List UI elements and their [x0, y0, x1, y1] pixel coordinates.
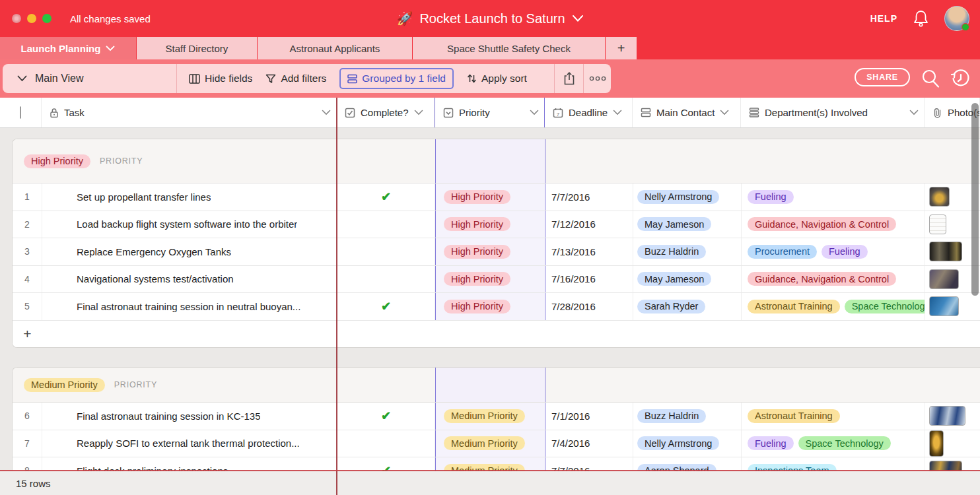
deadline-cell[interactable]: 7/12/2016	[545, 211, 633, 238]
search-icon[interactable]	[921, 68, 940, 89]
column-header-task[interactable]: Task	[42, 98, 337, 127]
group-header[interactable]: Medium PriorityPRIORITY	[13, 368, 980, 403]
task-cell[interactable]: Reapply SOFI to external tank thermal pr…	[42, 430, 337, 457]
row-number-cell[interactable]: 4	[13, 266, 42, 293]
contact-cell[interactable]: May Jameson	[633, 266, 742, 293]
priority-cell[interactable]: High Priority	[435, 238, 545, 265]
tab-astronaut-applicants[interactable]: Astronaut Applicants	[258, 37, 413, 59]
contact-cell[interactable]: Buzz Haldrin	[633, 238, 742, 265]
row-number-cell[interactable]: 5	[13, 293, 42, 320]
tab-launch-planning[interactable]: Launch Planning	[0, 37, 137, 59]
priority-cell[interactable]: High Priority	[435, 293, 545, 320]
photo-cell[interactable]	[925, 430, 980, 457]
base-title-chevron-icon[interactable]	[572, 15, 584, 22]
deadline-cell[interactable]: 7/1/2016	[545, 403, 633, 430]
history-undo-icon[interactable]	[950, 68, 971, 89]
photo-thumbnail[interactable]	[929, 406, 965, 426]
priority-cell[interactable]: High Priority	[435, 266, 545, 293]
priority-cell[interactable]: Medium Priority	[435, 430, 545, 457]
column-header-complete[interactable]: Complete?	[337, 98, 435, 127]
deadline-cell[interactable]: 7/4/2016	[545, 430, 633, 457]
contact-cell[interactable]: Nelly Armstrong	[633, 183, 742, 211]
apply-sort-button[interactable]: Apply sort	[467, 73, 527, 84]
view-collapse-chevron-icon[interactable]	[17, 75, 27, 82]
complete-cell[interactable]: ✔	[337, 183, 435, 211]
row-number-cell[interactable]: 2	[13, 211, 42, 238]
photo-thumbnail[interactable]	[929, 269, 959, 289]
complete-cell[interactable]: ✔	[337, 403, 435, 430]
priority-cell[interactable]: High Priority	[435, 211, 545, 238]
task-cell[interactable]: Load backup flight system software into …	[42, 211, 337, 238]
help-button[interactable]: HELP	[870, 13, 897, 24]
photo-thumbnail[interactable]	[929, 296, 959, 316]
column-header-priority[interactable]: Priority	[435, 98, 545, 127]
add-filters-button[interactable]: Add filters	[265, 73, 326, 84]
column-header-departments[interactable]: Department(s) Involved	[741, 98, 925, 127]
group-header[interactable]: High PriorityPRIORITY	[13, 139, 980, 183]
vertical-scrollbar-thumb[interactable]	[971, 103, 979, 296]
more-options-button[interactable]	[583, 64, 611, 93]
window-minimize-button[interactable]	[27, 14, 36, 23]
photo-cell[interactable]	[925, 293, 980, 320]
user-avatar[interactable]	[944, 6, 969, 31]
departments-cell[interactable]: Guidance, Navigation & Control	[742, 266, 925, 293]
row-number-cell[interactable]: 1	[13, 183, 42, 211]
view-switcher[interactable]: Main View	[3, 64, 176, 93]
grouped-by-button[interactable]: Grouped by 1 field	[339, 68, 454, 89]
tab-staff-directory[interactable]: Staff Directory	[137, 37, 258, 59]
photo-thumbnail[interactable]	[929, 214, 946, 234]
departments-cell[interactable]: Guidance, Navigation & Control	[742, 211, 925, 238]
window-maximize-button[interactable]	[42, 14, 52, 23]
departments-cell[interactable]: Astronaut Training	[742, 403, 925, 430]
task-cell[interactable]: Final astronaut training session in neut…	[42, 293, 337, 320]
window-close-button[interactable]	[12, 14, 21, 23]
column-header-deadline[interactable]: 7Deadline	[545, 98, 633, 127]
contact-cell[interactable]: Sarah Ryder	[633, 293, 742, 320]
column-chevron-icon[interactable]	[613, 110, 622, 116]
row-number-cell[interactable]: 7	[13, 430, 42, 457]
column-chevron-icon[interactable]	[530, 110, 539, 116]
column-chevron-icon[interactable]	[414, 110, 423, 116]
photo-cell[interactable]	[925, 403, 980, 430]
column-chevron-icon[interactable]	[909, 110, 919, 116]
departments-cell[interactable]: Fueling	[742, 183, 925, 211]
contact-cell[interactable]: May Jameson	[633, 211, 742, 238]
departments-cell[interactable]: ProcurementFueling	[742, 238, 925, 265]
row-number-cell[interactable]: 3	[13, 238, 42, 265]
priority-cell[interactable]: High Priority	[435, 183, 545, 211]
add-table-tab-button[interactable]: +	[606, 37, 637, 59]
departments-cell[interactable]: FuelingSpace Technology	[742, 430, 925, 457]
task-cell[interactable]: Navigational systems test/activation	[42, 266, 337, 293]
complete-cell[interactable]	[337, 211, 435, 238]
column-chevron-icon[interactable]	[322, 110, 331, 116]
tab-space-shuttle-safety-check[interactable]: Space Shuttle Safety Check	[413, 37, 606, 59]
contact-cell[interactable]: Buzz Haldrin	[633, 403, 742, 430]
complete-cell[interactable]	[337, 266, 435, 293]
contact-cell[interactable]: Nelly Armstrong	[633, 430, 742, 457]
select-all-checkbox[interactable]	[0, 98, 42, 127]
deadline-cell[interactable]: 7/28/2016	[545, 293, 633, 320]
add-row-button[interactable]: +	[13, 321, 980, 347]
hide-fields-button[interactable]: Hide fields	[189, 73, 252, 84]
complete-cell[interactable]: ✔	[337, 293, 435, 320]
complete-cell[interactable]	[337, 238, 435, 265]
deadline-cell[interactable]: 7/13/2016	[545, 238, 633, 265]
priority-cell[interactable]: Medium Priority	[435, 403, 545, 430]
deadline-cell[interactable]: 7/16/2016	[545, 266, 633, 293]
photo-thumbnail[interactable]	[929, 430, 944, 457]
task-cell[interactable]: Final astronaut training session in KC-1…	[42, 403, 337, 430]
task-cell[interactable]: Set up propellant transfer lines	[42, 183, 337, 211]
deadline-cell[interactable]: 7/7/2016	[545, 183, 633, 211]
photo-thumbnail[interactable]	[929, 187, 950, 207]
complete-cell[interactable]	[337, 430, 435, 457]
row-number-cell[interactable]: 6	[13, 403, 42, 430]
column-chevron-icon[interactable]	[720, 110, 729, 116]
share-button[interactable]: SHARE	[855, 68, 910, 86]
departments-cell[interactable]: Astronaut TrainingSpace Technology	[742, 293, 925, 320]
share-view-button[interactable]	[554, 64, 583, 93]
column-header-contact[interactable]: Main Contact	[633, 98, 741, 127]
task-cell[interactable]: Replace Emergency Oxygen Tanks	[42, 238, 337, 265]
notifications-bell-icon[interactable]	[912, 9, 930, 28]
photo-thumbnail[interactable]	[929, 242, 962, 261]
tab-chevron-icon[interactable]	[106, 46, 115, 51]
